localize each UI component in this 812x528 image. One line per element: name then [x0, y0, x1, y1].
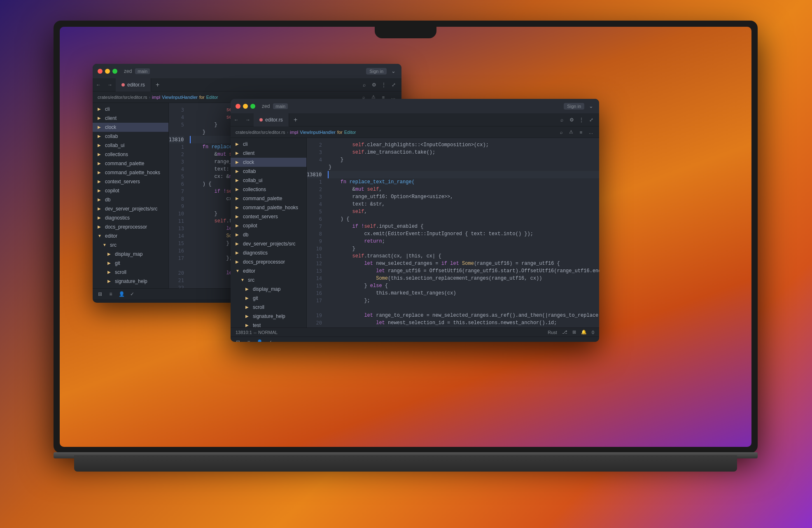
sidebar-item-test[interactable]: ▶ test — [93, 286, 168, 288]
forward-btn-1[interactable]: → — [104, 78, 116, 91]
sidebar-2-collab[interactable]: ▶ collab — [231, 167, 306, 176]
indent-icon-2[interactable]: ⊞ — [572, 329, 576, 335]
grid-icon-1[interactable]: ⊞ — [96, 290, 104, 298]
sidebar-2-src[interactable]: ▼ src — [231, 276, 306, 285]
sidebar-2-db[interactable]: ▶ db — [231, 230, 306, 239]
sidebar-item-collab[interactable]: ▶ collab — [93, 132, 168, 141]
sidebar-2-test[interactable]: ▶ test — [231, 321, 306, 327]
sidebar-item-collab-ui[interactable]: ▶ collab_ui — [93, 141, 168, 150]
tab-editor-rs-2[interactable]: editor.rs — [254, 113, 289, 126]
minimize-button-1[interactable] — [105, 69, 110, 74]
sidebar-2-copilot[interactable]: ▶ copilot — [231, 221, 306, 230]
avatar-icon-1[interactable]: 👤 — [117, 290, 126, 298]
code-line: range_utf16: Option<Range<usize>>, — [329, 193, 599, 201]
code-line: }; — [329, 297, 599, 304]
sidebar-2-context-servers[interactable]: ▶ context_servers — [231, 212, 306, 221]
avatar-icon-2[interactable]: 👤 — [255, 338, 264, 342]
folder-open-icon: ▼ — [236, 269, 240, 273]
sidebar-item-docs[interactable]: ▶ docs_preprocessor — [93, 222, 168, 231]
close-button-2[interactable] — [236, 104, 240, 109]
minimize-button-2[interactable] — [243, 104, 248, 109]
close-button-1[interactable] — [98, 69, 103, 74]
settings-icon-1[interactable]: ⚙ — [369, 80, 378, 89]
sidebar-item-command-palette[interactable]: ▶ command_palette — [93, 159, 168, 168]
layout-icon-1[interactable]: ⋮ — [379, 80, 388, 89]
settings-icon-2[interactable]: ⚙ — [567, 115, 576, 124]
sidebar-2-dev-server[interactable]: ▶ dev_server_projects/src — [231, 239, 306, 248]
sidebar-item-display-map[interactable]: ▶ display_map — [93, 250, 168, 259]
sidebar-item-dev-server[interactable]: ▶ dev_server_projects/src — [93, 204, 168, 213]
new-tab-btn-2[interactable]: + — [290, 113, 301, 126]
sidebar-2-collections[interactable]: ▶ collections — [231, 185, 306, 194]
sidebar-2-git[interactable]: ▶ git — [231, 294, 306, 303]
expand-icon-2[interactable]: ⤢ — [587, 115, 596, 124]
sidebar-2-diagnostics[interactable]: ▶ diagnostics — [231, 248, 306, 257]
sign-in-btn-2[interactable]: Sign in — [564, 103, 584, 110]
new-tab-btn-1[interactable]: + — [152, 78, 163, 91]
bell-icon-2[interactable]: 🔔 — [581, 329, 587, 335]
sidebar-2: ▶ cli ▶ client ▶ clock ▶ — [231, 138, 307, 327]
title-bar-actions-1: Sign in ⌄ — [366, 68, 397, 75]
check-icon-2[interactable]: ✓ — [266, 338, 274, 342]
sidebar-item-command-palette-hooks[interactable]: ▶ command_palette_hooks — [93, 168, 168, 177]
diagnostics-icon-2[interactable]: ⚠ — [568, 129, 574, 136]
sidebar-item-copilot[interactable]: ▶ copilot — [93, 186, 168, 195]
sidebar-2-sig-help[interactable]: ▶ signature_help — [231, 312, 306, 321]
sidebar-2-clock[interactable]: ▶ clock — [231, 158, 306, 167]
chevron-down-icon-2[interactable]: ⌄ — [588, 103, 594, 110]
cursor-position-2[interactable]: 13810:1 -- NORMAL — [236, 330, 278, 335]
folder-icon: ▶ — [236, 160, 240, 165]
breadcrumb-type-2: ViewInputHandler — [300, 130, 336, 135]
sidebar-2-collab-ui[interactable]: ▶ collab_ui — [231, 176, 306, 185]
sidebar-item-collections[interactable]: ▶ collections — [93, 150, 168, 159]
code-line: self.ime_transaction.take(); — [329, 149, 599, 156]
search-icon-2[interactable]: ⌕ — [557, 115, 566, 124]
back-btn-1[interactable]: ← — [93, 78, 104, 91]
chevron-down-icon-1[interactable]: ⌄ — [390, 68, 397, 75]
sign-in-btn-1[interactable]: Sign in — [366, 68, 387, 75]
sidebar-item-db[interactable]: ▶ db — [93, 195, 168, 204]
git-icon-2[interactable]: ⎇ — [562, 329, 567, 335]
sidebar-item-sig-help[interactable]: ▶ signature_help — [93, 277, 168, 286]
sidebar-item-scroll[interactable]: ▶ scroll — [93, 268, 168, 277]
search-breadcrumb-icon-2[interactable]: ⌕ — [558, 129, 565, 136]
sidebar-2-display-map[interactable]: ▶ display_map — [231, 285, 306, 294]
sidebar-item-clock[interactable]: ▶ clock — [93, 123, 168, 132]
list-icon-1[interactable]: ≡ — [107, 290, 115, 298]
code-content-2[interactable]: self.clear_highlights::<InputComposition… — [325, 138, 599, 327]
sidebar-2-docs[interactable]: ▶ docs_preprocessor — [231, 257, 306, 266]
language-label-2[interactable]: Rust — [548, 330, 557, 335]
forward-btn-2[interactable]: → — [242, 113, 254, 126]
back-btn-2[interactable]: ← — [231, 113, 242, 126]
sidebar-item-client[interactable]: ▶ client — [93, 114, 168, 123]
search-icon-1[interactable]: ⌕ — [359, 80, 369, 89]
maximize-button-1[interactable] — [112, 69, 117, 74]
code-line: if !self.input_enabled { — [329, 223, 599, 230]
sidebar-2-command-palette-hooks[interactable]: ▶ command_palette_hooks — [231, 203, 306, 212]
list-icon-2[interactable]: ≡ — [245, 338, 253, 342]
sidebar-item-cli[interactable]: ▶ cli — [93, 105, 168, 114]
sidebar-2-client[interactable]: ▶ client — [231, 149, 306, 158]
sidebar-item-src[interactable]: ▼ src — [93, 241, 168, 250]
sidebar-2-scroll[interactable]: ▶ scroll — [231, 303, 306, 312]
maximize-button-2[interactable] — [250, 104, 255, 109]
layout-icon-2[interactable]: ⋮ — [577, 115, 586, 124]
code-area-2[interactable]: 2 3 4 13810 1 2 3 4 5 6 7 8 — [307, 138, 599, 327]
folder-icon: ▶ — [245, 314, 250, 319]
sidebar-item-context-servers[interactable]: ▶ context_servers — [93, 177, 168, 186]
check-icon-1[interactable]: ✓ — [128, 290, 136, 298]
more-icon-2[interactable]: … — [588, 129, 594, 136]
bottom-toolbar-2: ⊞ ≡ 👤 ✓ — [231, 336, 599, 342]
sidebar-2-command-palette[interactable]: ▶ command_palette — [231, 194, 306, 203]
format-icon-2[interactable]: ≡ — [578, 129, 584, 136]
tab-editor-rs-1[interactable]: editor.rs — [116, 78, 151, 91]
sidebar-item-git[interactable]: ▶ git — [93, 259, 168, 268]
sidebar-item-diagnostics[interactable]: ▶ diagnostics — [93, 213, 168, 222]
expand-icon-1[interactable]: ⤢ — [389, 80, 398, 89]
folder-icon: ▶ — [98, 224, 103, 229]
grid-icon-2[interactable]: ⊞ — [234, 338, 242, 342]
sidebar-2-editor[interactable]: ▼ editor — [231, 266, 306, 276]
sidebar-2-cli[interactable]: ▶ cli — [231, 140, 306, 149]
sidebar-item-editor[interactable]: ▼ editor — [93, 231, 168, 241]
folder-icon: ▶ — [107, 288, 112, 288]
